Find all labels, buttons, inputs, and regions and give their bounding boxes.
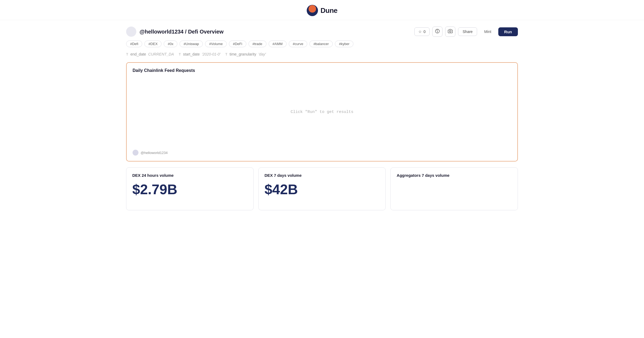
param-value: '2020-01-0' <box>202 52 220 56</box>
run-label: Run <box>504 30 512 34</box>
chart-empty-message: Click "Run" to get results <box>291 110 353 114</box>
user-avatar <box>126 27 136 37</box>
title-row: @helloworld1234 / Defi Overview ☆ 0 <box>126 27 518 37</box>
chart-author-avatar <box>133 150 138 156</box>
share-button[interactable]: Share <box>458 27 477 36</box>
chart-author-name: @helloworld1234 <box>141 151 168 155</box>
chart-footer: @helloworld1234 <box>133 147 511 156</box>
svg-point-4 <box>449 31 451 32</box>
top-navigation: Dune <box>0 0 644 20</box>
metric-title-dex-24h: DEX 24 hours volume <box>132 173 247 178</box>
param-type-icon: T <box>126 52 128 56</box>
tag[interactable]: #balancer <box>309 41 333 47</box>
camera-icon <box>448 29 453 35</box>
metric-value-dex-24h: $2.79B <box>132 182 247 196</box>
logo[interactable]: Dune <box>307 5 338 16</box>
star-icon: ☆ <box>418 30 422 34</box>
svg-point-1 <box>309 5 316 13</box>
param-item: T time_granularity 'day' <box>225 52 266 56</box>
metric-card-dex-7d: DEX 7 days volume $42B <box>258 167 386 210</box>
mint-label: Mint <box>484 30 491 34</box>
tag[interactable]: #Uniswap <box>180 41 203 47</box>
metric-value-dex-7d: $42B <box>265 182 380 196</box>
param-type-icon: T <box>179 52 181 56</box>
mint-button[interactable]: Mint <box>480 28 495 36</box>
param-name: start_date <box>183 52 200 56</box>
param-item: T start_date '2020-01-0' <box>179 52 220 56</box>
chart-card: Daily Chainlink Feed Requests Click "Run… <box>126 62 518 161</box>
run-button[interactable]: Run <box>498 27 518 36</box>
tag[interactable]: #trade <box>248 41 266 47</box>
star-button[interactable]: ☆ 0 <box>414 27 430 36</box>
metrics-row: DEX 24 hours volume $2.79B DEX 7 days vo… <box>126 167 518 210</box>
share-label: Share <box>463 30 473 34</box>
github-icon <box>435 29 440 35</box>
title-actions: ☆ 0 <box>414 27 518 37</box>
star-count: 0 <box>423 30 426 34</box>
param-name: time_granularity <box>229 52 256 56</box>
tag[interactable]: #curve <box>289 41 307 47</box>
tag[interactable]: #Volume <box>205 41 227 47</box>
params-row: T end_date CURRENT_DA T start_date '2020… <box>126 52 518 56</box>
tag[interactable]: #0x <box>164 41 177 47</box>
param-item: T end_date CURRENT_DA <box>126 52 174 56</box>
param-type-icon: T <box>225 52 227 56</box>
param-name: end_date <box>130 52 146 56</box>
param-value: 'day' <box>258 52 266 56</box>
tag[interactable]: #AMM <box>269 41 287 47</box>
tags-row: #Defi#DEX#0x#Uniswap#Volume#DeFi#trade#A… <box>126 41 518 47</box>
param-value: CURRENT_DA <box>148 52 174 56</box>
tag[interactable]: #kyber <box>335 41 353 47</box>
tag[interactable]: #DEX <box>144 41 162 47</box>
metric-card-agg-7d: Aggregators 7 days volume <box>390 167 518 210</box>
github-button[interactable] <box>432 27 442 37</box>
dune-logo-icon <box>307 5 318 16</box>
metric-card-dex-24h: DEX 24 hours volume $2.79B <box>126 167 254 210</box>
tag[interactable]: #DeFi <box>229 41 246 47</box>
metric-title-agg-7d: Aggregators 7 days volume <box>397 173 512 178</box>
page-title: @helloworld1234 / Defi Overview <box>140 29 224 35</box>
metric-title-dex-7d: DEX 7 days volume <box>265 173 380 178</box>
logo-text: Dune <box>321 6 338 15</box>
chart-title: Daily Chainlink Feed Requests <box>133 68 511 73</box>
title-left: @helloworld1234 / Defi Overview <box>126 27 224 37</box>
tag[interactable]: #Defi <box>126 41 142 47</box>
page-content: @helloworld1234 / Defi Overview ☆ 0 <box>115 20 529 217</box>
svg-point-3 <box>437 32 438 32</box>
camera-button[interactable] <box>445 27 455 37</box>
